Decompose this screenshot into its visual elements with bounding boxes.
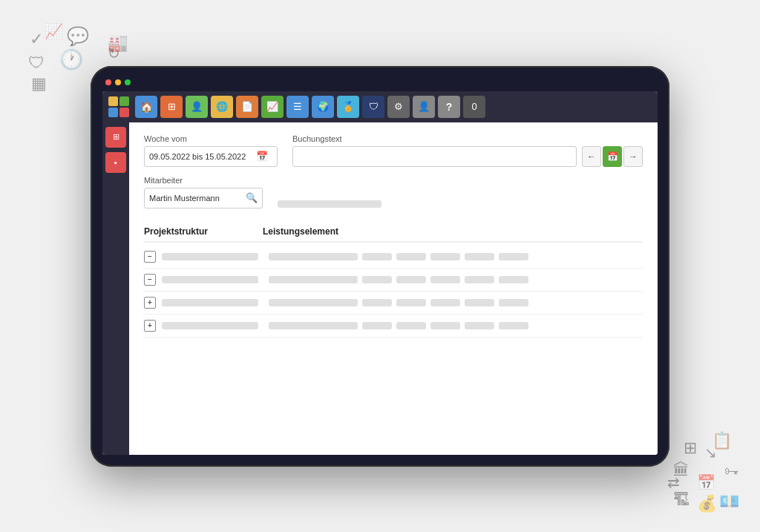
svg-rect-0 [108,96,118,106]
speech-bubble-icon: 💬 [67,26,89,47]
toolbar-btn-badge[interactable]: 🏅 [337,96,359,118]
chart-icon: 📈 [45,22,63,40]
svg-rect-2 [108,108,118,117]
toolbar-btn-home[interactable]: 🏠 [135,96,157,118]
table-row: + [144,292,643,315]
shield-dollar-icon: 🛡 [28,53,45,73]
row-toggle-plus-2[interactable]: + [144,320,156,332]
form-group-extra [278,176,643,214]
close-dot[interactable] [105,79,111,85]
app-window: 🏠 ⊞ 👤 🌐 📄 📈 ☰ 🌍 🏅 [102,91,658,455]
buchungstext-input-wrap[interactable] [292,146,577,167]
svg-rect-3 [119,108,129,117]
maximize-dot[interactable] [125,79,131,85]
row-cells-4 [162,322,643,329]
row-toggle-minus-1[interactable]: − [144,251,156,263]
loading-icon: ↻ [108,45,120,62]
sidebar: ⊞ ▪ [102,122,129,455]
mitarbeiter-input-wrap[interactable]: 🔍 [144,188,263,208]
toolbar-btn-globe2[interactable]: 🌍 [312,96,334,118]
nav-next-button[interactable]: → [623,146,643,167]
woche-input-wrap[interactable]: 📅 [144,146,278,167]
bank-icon: 🏛 [673,461,689,480]
clipboard-icon: 📋 [712,431,732,450]
search-icon[interactable]: 🔍 [246,192,258,203]
toolbar-btn-shield[interactable]: 🛡 [362,96,384,118]
table-row: − [144,246,643,269]
sidebar-btn-red-square[interactable]: ▪ [105,152,126,173]
nav-buttons: ← 📅 → [582,146,643,167]
row-cells-3 [162,299,643,306]
mitarbeiter-label: Mitarbeiter [144,176,263,185]
row-toggle-minus-2[interactable]: − [144,274,156,286]
row-cells-2 [162,276,643,283]
toolbar: 🏠 ⊞ 👤 🌐 📄 📈 ☰ 🌍 🏅 [102,91,658,122]
buchungstext-row: ← 📅 → [292,146,643,167]
toolbar-btn-list[interactable]: ☰ [286,96,309,118]
euro-bag-icon: 💶 [719,492,739,511]
row-toggle-plus-1[interactable]: + [144,297,156,309]
nav-calendar-button[interactable]: 📅 [603,146,622,167]
toolbar-btn-user[interactable]: 👤 [413,96,435,118]
toolbar-btn-globe[interactable]: 🌐 [211,96,233,118]
exchange-icon: ⇄ [667,473,680,491]
calendar-grid-icon: 📅 [697,473,715,491]
form-group-buchungstext: Buchungstext ← 📅 → [292,134,643,167]
window-chrome [102,79,658,91]
tablet-frame: 🏠 ⊞ 👤 🌐 📄 📈 ☰ 🌍 🏅 [91,66,669,467]
minimize-dot[interactable] [115,79,121,85]
toolbar-btn-document[interactable]: 📄 [236,96,258,118]
hierarchy-icon: ⊞ [684,439,697,458]
table-row: + [144,315,643,338]
table-header: Projektstruktur Leistungselement [144,226,643,243]
calendar-icon[interactable]: 📅 [256,151,268,162]
content-area: ⊞ ▪ Woche vom 📅 [102,122,658,455]
arrow-down-icon: ↘ [704,444,717,462]
toolbar-btn-gear[interactable]: ⚙ [387,96,410,118]
form-group-mitarbeiter: Mitarbeiter 🔍 [144,176,263,214]
woche-input[interactable] [149,152,253,161]
buchungstext-input[interactable] [298,151,571,162]
form-group-woche: Woche vom 📅 [144,134,278,167]
app-logo [108,96,129,117]
toolbar-btn-help[interactable]: ? [438,96,460,118]
col-projektstruktur-header: Projektstruktur [144,226,263,237]
nav-prev-button[interactable]: ← [582,146,601,167]
buchungstext-label: Buchungstext [292,134,643,143]
grid-icon: ▦ [31,74,47,93]
toolbar-btn-zero[interactable]: 0 [463,96,485,118]
crane-icon: 🏗 [673,490,689,510]
extra-placeholder [278,194,643,214]
toolbar-btn-contact[interactable]: 👤 [186,96,208,118]
clock-icon: 🕐 [59,48,83,71]
form-row-1: Woche vom 📅 Buchungstext [144,134,643,167]
hand-key-icon: 🗝 [724,463,739,480]
woche-label: Woche vom [144,134,278,143]
sidebar-btn-red-grid[interactable]: ⊞ [105,127,126,148]
main-content: Woche vom 📅 Buchungstext [129,122,658,455]
coins-icon: 💰 [697,494,717,513]
toolbar-btn-network[interactable]: ⊞ [160,96,183,118]
table-row: − [144,269,643,292]
row-cells-1 [162,253,643,260]
factory-icon: 🏭 [108,33,128,53]
svg-rect-1 [119,96,129,106]
checkmark-icon: ✓ [30,30,43,49]
mitarbeiter-input[interactable] [149,194,243,203]
toolbar-btn-chart[interactable]: 📈 [261,96,284,118]
table-section: Projektstruktur Leistungselement − [144,226,643,338]
form-row-2: Mitarbeiter 🔍 [144,176,643,214]
col-leistungselement-header: Leistungselement [263,226,643,237]
